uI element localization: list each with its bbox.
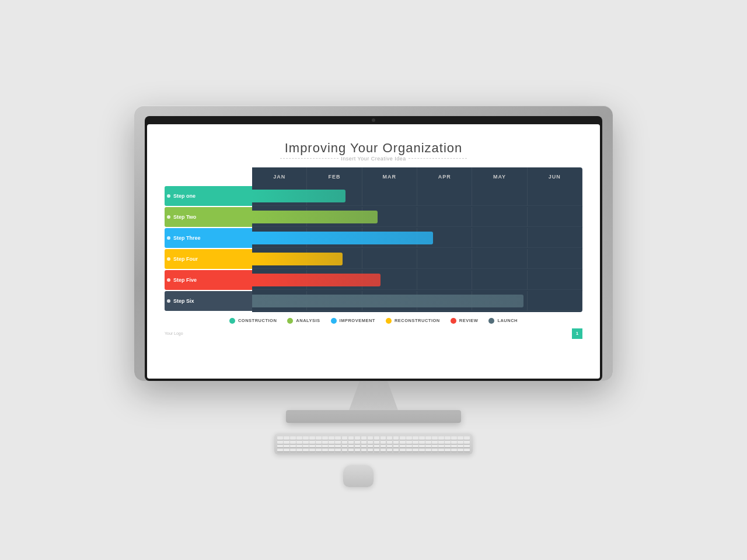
keyboard-key[interactable] [284, 440, 289, 443]
keyboard-key[interactable] [381, 436, 386, 439]
keyboard-key[interactable] [309, 436, 315, 439]
keyboard-key[interactable] [406, 444, 412, 447]
keyboard-key[interactable] [387, 449, 393, 452]
keyboard-key[interactable] [458, 436, 463, 439]
keyboard-key[interactable] [277, 436, 283, 439]
keyboard-key[interactable] [335, 436, 341, 439]
keyboard-key[interactable] [361, 444, 367, 447]
keyboard-key[interactable] [393, 436, 399, 439]
keyboard-key[interactable] [393, 444, 399, 447]
keyboard-key[interactable] [309, 449, 315, 452]
keyboard-key[interactable] [374, 440, 380, 443]
keyboard-key[interactable] [348, 440, 354, 443]
keyboard-key[interactable] [406, 436, 412, 439]
keyboard-key[interactable] [387, 444, 393, 447]
keyboard-key[interactable] [342, 449, 348, 452]
keyboard-key[interactable] [419, 449, 425, 452]
keyboard-key[interactable] [438, 449, 444, 452]
keyboard-key[interactable] [277, 444, 283, 447]
keyboard-key[interactable] [303, 444, 309, 447]
keyboard-key[interactable] [445, 436, 451, 439]
keyboard-key[interactable] [413, 440, 418, 443]
keyboard-key[interactable] [322, 444, 328, 447]
keyboard-key[interactable] [303, 436, 309, 439]
keyboard-key[interactable] [335, 449, 341, 452]
keyboard-key[interactable] [406, 449, 412, 452]
keyboard-key[interactable] [419, 444, 425, 447]
keyboard-key[interactable] [445, 449, 451, 452]
keyboard-key[interactable] [309, 444, 315, 447]
keyboard-key[interactable] [316, 436, 322, 439]
keyboard-key[interactable] [432, 436, 438, 439]
keyboard-key[interactable] [464, 440, 470, 443]
keyboard-key[interactable] [355, 444, 361, 447]
keyboard-key[interactable] [425, 436, 431, 439]
keyboard-key[interactable] [368, 444, 374, 447]
keyboard-key[interactable] [458, 449, 463, 452]
keyboard-key[interactable] [451, 436, 457, 439]
keyboard-key[interactable] [342, 436, 348, 439]
keyboard-key[interactable] [290, 440, 296, 443]
keyboard-key[interactable] [464, 449, 470, 452]
keyboard-key[interactable] [296, 440, 302, 443]
keyboard-key[interactable] [277, 440, 283, 443]
keyboard-key[interactable] [374, 449, 380, 452]
keyboard-key[interactable] [451, 449, 457, 452]
keyboard-key[interactable] [432, 444, 438, 447]
keyboard-key[interactable] [400, 449, 406, 452]
keyboard-key[interactable] [400, 444, 406, 447]
keyboard-key[interactable] [284, 436, 289, 439]
keyboard-key[interactable] [355, 436, 361, 439]
keyboard-key[interactable] [368, 436, 374, 439]
keyboard-key[interactable] [458, 444, 463, 447]
keyboard-key[interactable] [284, 444, 289, 447]
keyboard-key[interactable] [348, 449, 354, 452]
keyboard-key[interactable] [296, 436, 302, 439]
keyboard-key[interactable] [368, 440, 374, 443]
keyboard-key[interactable] [374, 444, 380, 447]
keyboard-key[interactable] [445, 444, 451, 447]
keyboard-key[interactable] [322, 449, 328, 452]
keyboard-key[interactable] [393, 449, 399, 452]
keyboard-key[interactable] [387, 440, 393, 443]
keyboard-key[interactable] [419, 436, 425, 439]
keyboard-key[interactable] [464, 444, 470, 447]
keyboard-key[interactable] [438, 436, 444, 439]
keyboard-key[interactable] [438, 444, 444, 447]
keyboard-key[interactable] [329, 436, 334, 439]
keyboard-key[interactable] [342, 444, 348, 447]
keyboard-key[interactable] [342, 440, 348, 443]
keyboard-key[interactable] [438, 440, 444, 443]
keyboard-key[interactable] [329, 444, 334, 447]
keyboard-key[interactable] [303, 449, 309, 452]
keyboard-key[interactable] [329, 449, 334, 452]
keyboard-key[interactable] [381, 449, 386, 452]
keyboard-key[interactable] [329, 440, 334, 443]
keyboard-key[interactable] [425, 440, 431, 443]
keyboard-key[interactable] [400, 436, 406, 439]
keyboard-key[interactable] [374, 436, 380, 439]
keyboard-key[interactable] [322, 440, 328, 443]
keyboard-key[interactable] [316, 440, 322, 443]
keyboard-key[interactable] [425, 449, 431, 452]
keyboard-key[interactable] [425, 444, 431, 447]
keyboard-key[interactable] [432, 449, 438, 452]
keyboard-key[interactable] [451, 440, 457, 443]
keyboard-key[interactable] [458, 440, 463, 443]
keyboard-key[interactable] [432, 440, 438, 443]
keyboard-key[interactable] [284, 449, 289, 452]
keyboard-key[interactable] [296, 444, 302, 447]
keyboard-key[interactable] [381, 440, 386, 443]
keyboard-key[interactable] [387, 436, 393, 439]
keyboard-key[interactable] [419, 440, 425, 443]
keyboard-key[interactable] [309, 440, 315, 443]
keyboard-key[interactable] [361, 436, 367, 439]
keyboard-key[interactable] [296, 449, 302, 452]
keyboard-key[interactable] [303, 440, 309, 443]
keyboard-key[interactable] [406, 440, 412, 443]
keyboard-key[interactable] [316, 444, 322, 447]
keyboard-key[interactable] [335, 440, 341, 443]
keyboard-key[interactable] [451, 444, 457, 447]
keyboard-key[interactable] [381, 444, 386, 447]
keyboard-key[interactable] [316, 449, 322, 452]
